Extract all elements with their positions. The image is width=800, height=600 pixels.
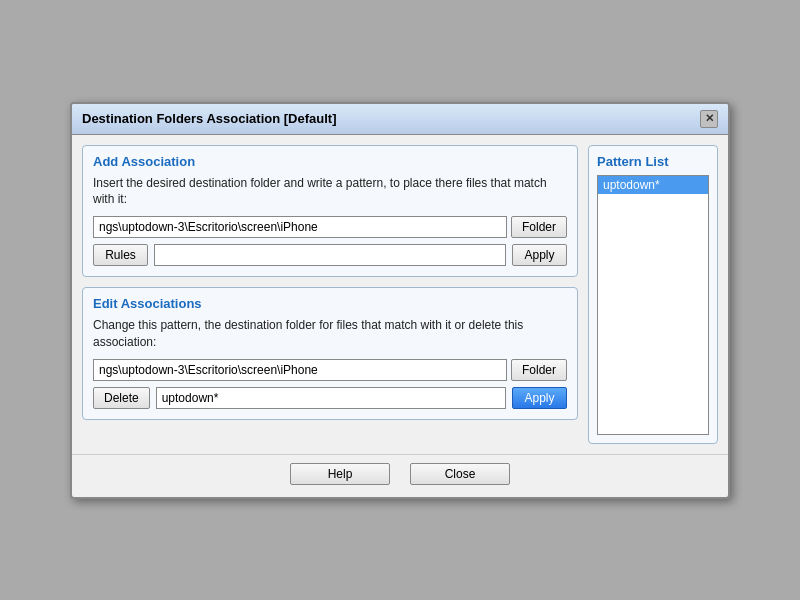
edit-folder-row: Folder — [93, 359, 567, 381]
dialog-footer: Help Close — [72, 454, 728, 497]
edit-pattern-input[interactable] — [156, 387, 506, 409]
add-folder-button[interactable]: Folder — [511, 216, 567, 238]
dialog-title: Destination Folders Association [Default… — [82, 111, 337, 126]
pattern-listbox[interactable]: uptodown* — [597, 175, 709, 435]
rules-button[interactable]: Rules — [93, 244, 148, 266]
edit-folder-input[interactable] — [93, 359, 507, 381]
add-folder-row: Folder — [93, 216, 567, 238]
title-bar: Destination Folders Association [Default… — [72, 104, 728, 135]
dialog-body: Add Association Insert the desired desti… — [72, 135, 728, 454]
help-button[interactable]: Help — [290, 463, 390, 485]
pattern-list-title: Pattern List — [597, 154, 709, 169]
add-association-title: Add Association — [93, 154, 567, 169]
title-close-button[interactable]: ✕ — [700, 110, 718, 128]
add-folder-input[interactable] — [93, 216, 507, 238]
edit-action-row: Delete Apply — [93, 387, 567, 409]
main-dialog: Destination Folders Association [Default… — [70, 102, 730, 499]
add-association-section: Add Association Insert the desired desti… — [82, 145, 578, 278]
add-association-description: Insert the desired destination folder an… — [93, 175, 567, 209]
right-panel: Pattern List uptodown* — [588, 145, 718, 444]
delete-button[interactable]: Delete — [93, 387, 150, 409]
edit-apply-button[interactable]: Apply — [512, 387, 567, 409]
edit-associations-section: Edit Associations Change this pattern, t… — [82, 287, 578, 420]
add-apply-button[interactable]: Apply — [512, 244, 567, 266]
close-button[interactable]: Close — [410, 463, 510, 485]
add-action-row: Rules Apply — [93, 244, 567, 266]
edit-associations-title: Edit Associations — [93, 296, 567, 311]
pattern-list-section: Pattern List uptodown* — [588, 145, 718, 444]
add-pattern-input[interactable] — [154, 244, 506, 266]
edit-folder-button[interactable]: Folder — [511, 359, 567, 381]
edit-associations-description: Change this pattern, the destination fol… — [93, 317, 567, 351]
left-panel: Add Association Insert the desired desti… — [82, 145, 578, 444]
list-item[interactable]: uptodown* — [598, 176, 708, 194]
